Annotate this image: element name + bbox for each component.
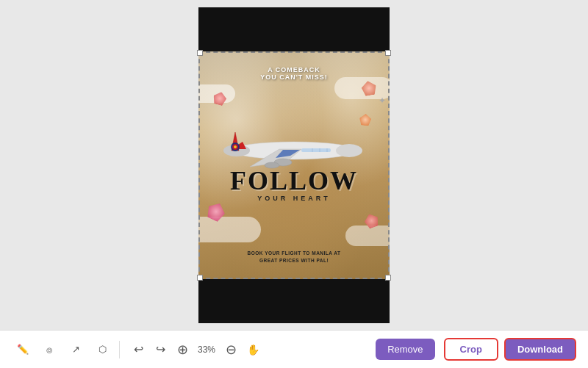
- download-button[interactable]: Download: [504, 338, 576, 361]
- cloud-4: [345, 226, 390, 246]
- toolbar: ✏️ ⌾ ↗ ⬡ ↩ ↪ ⊕ 33% ⊖ ✋ Remove Crop D: [0, 330, 588, 368]
- hand-icon: ✋: [247, 344, 259, 356]
- zoom-out-icon: ⊖: [226, 342, 237, 358]
- image-container: A COMEBACK YOU CAN'T MISS!: [198, 7, 390, 323]
- svg-point-1: [336, 144, 362, 157]
- zoom-value: 33%: [195, 344, 218, 355]
- divider-1: [119, 341, 120, 358]
- arrow-icon: ↗: [72, 344, 80, 355]
- canvas-area: A COMEBACK YOU CAN'T MISS!: [0, 0, 588, 330]
- redo-icon: ↪: [156, 342, 165, 356]
- poster: A COMEBACK YOU CAN'T MISS!: [198, 51, 390, 279]
- shape-tool[interactable]: ⬡: [91, 339, 113, 361]
- black-bar-top: [198, 7, 390, 51]
- crop-button[interactable]: Crop: [444, 338, 498, 361]
- zoom-out-button[interactable]: ⊖: [221, 340, 240, 359]
- svg-point-16: [234, 145, 237, 148]
- pencil-icon: ✏️: [17, 344, 29, 355]
- lasso-icon: ⌾: [46, 344, 52, 356]
- arrow-tool[interactable]: ↗: [65, 339, 87, 361]
- shape-icon: ⬡: [98, 344, 107, 355]
- zoom-in-icon: ⊕: [177, 342, 188, 358]
- black-bar-bottom: [198, 279, 390, 323]
- drawing-tools: ✏️ ⌾ ↗ ⬡: [12, 339, 113, 361]
- cloud-3: [198, 217, 261, 242]
- undo-button[interactable]: ↩: [129, 340, 148, 359]
- lasso-tool[interactable]: ⌾: [38, 339, 60, 361]
- zoom-controls: ↩ ↪ ⊕ 33% ⊖ ✋: [129, 340, 262, 359]
- poster-bottom-text: BOOK YOUR FLIGHT TO MANILA AT GREAT PRIC…: [247, 250, 340, 264]
- svg-rect-10: [301, 148, 331, 152]
- remove-button[interactable]: Remove: [376, 339, 434, 360]
- hand-tool[interactable]: ✋: [243, 340, 262, 359]
- poster-tagline: A COMEBACK YOU CAN'T MISS!: [260, 66, 328, 81]
- crop-marker-dot: ✦: [379, 95, 386, 106]
- follow-text: FOLLOW YOUR HEART: [198, 165, 390, 202]
- pencil-tool[interactable]: ✏️: [12, 339, 34, 361]
- undo-icon: ↩: [134, 342, 143, 356]
- redo-button[interactable]: ↪: [151, 340, 170, 359]
- zoom-in-button[interactable]: ⊕: [173, 340, 192, 359]
